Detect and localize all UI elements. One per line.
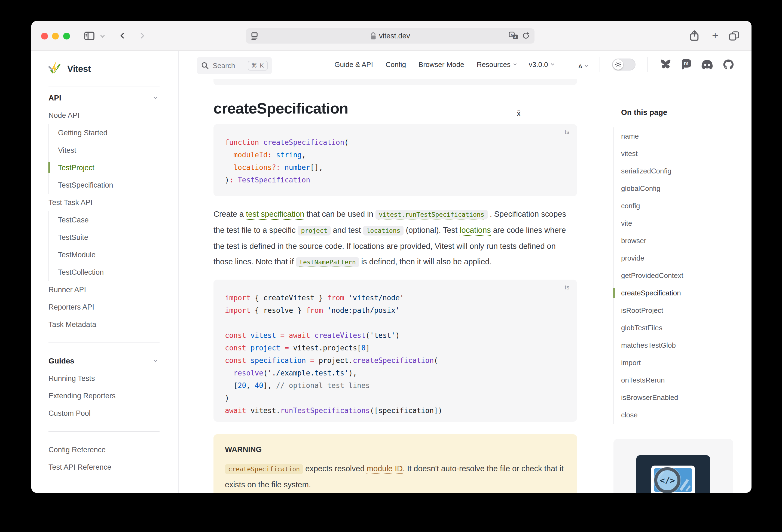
inline-code: project xyxy=(297,226,330,236)
translate-icon[interactable]: A A xyxy=(509,32,518,40)
zoom-button[interactable] xyxy=(63,33,70,39)
warning-text: createSpecification expects resolved mod… xyxy=(225,461,566,493)
sponsor-ad[interactable]: </> xyxy=(613,439,733,493)
nav-browser-mode[interactable]: Browser Mode xyxy=(419,61,464,69)
sidebar-item-reporters-api[interactable]: Reporters API xyxy=(48,298,178,316)
svg-text:A: A xyxy=(510,33,513,36)
toc-item-config[interactable]: config xyxy=(614,197,741,215)
discord-icon[interactable] xyxy=(701,59,713,70)
new-tab-icon[interactable]: + xyxy=(712,30,718,41)
inline-code-link[interactable]: testNamePattern xyxy=(296,257,359,267)
toc-item-provide[interactable]: provide xyxy=(614,249,741,267)
sidebar-item-testsuite[interactable]: TestSuite xyxy=(49,229,178,246)
nav-guide-api[interactable]: Guide & API xyxy=(334,61,373,69)
sidebar-item-vitest[interactable]: Vitest xyxy=(49,142,178,159)
code-lang-badge: ts xyxy=(565,129,569,136)
sidebar-item-extending-reporters[interactable]: Extending Reporters xyxy=(48,387,178,404)
code-line xyxy=(225,317,566,329)
code-line: const vitest = await createVitest('test'… xyxy=(225,329,566,342)
sidebar-item-test-api-reference[interactable]: Test API Reference xyxy=(48,459,178,476)
theme-toggle[interactable] xyxy=(612,59,636,71)
lock-icon xyxy=(370,32,376,40)
sidebar-item-config-reference[interactable]: Config Reference xyxy=(48,441,178,459)
site-logo[interactable]: Vitest xyxy=(31,51,178,86)
github-icon[interactable] xyxy=(723,59,734,70)
theme-toggle-knob xyxy=(613,59,623,70)
toc-item-browser[interactable]: browser xyxy=(614,232,741,249)
toc-item-vitest[interactable]: vitest xyxy=(614,145,741,162)
inline-link[interactable]: test specification xyxy=(246,210,304,218)
address-bar[interactable]: vitest.dev A A xyxy=(246,28,534,43)
on-this-page: On this page namevitestserializedConfigg… xyxy=(613,108,741,424)
inline-link[interactable]: module ID xyxy=(367,464,403,473)
code-line: ) xyxy=(225,392,566,404)
magnifier-icon: </> xyxy=(654,467,680,493)
toc-item-getprovidedcontext[interactable]: getProvidedContext xyxy=(614,267,741,284)
code-line: import { createVitest } from 'vitest/nod… xyxy=(225,292,566,304)
toc-item-ontestsrerun[interactable]: onTestsRerun xyxy=(614,371,741,389)
search-shortcut: ⌘ K xyxy=(248,61,268,71)
sidebar-item-testmodule[interactable]: TestModule xyxy=(49,246,178,263)
toc-item-serializedconfig[interactable]: serializedConfig xyxy=(614,162,741,180)
site-header: Search ⌘ K Guide & APIConfigBrowser Mode… xyxy=(179,51,751,78)
share-icon[interactable] xyxy=(689,30,700,42)
toc-item-isrootproject[interactable]: isRootProject xyxy=(614,302,741,319)
back-icon[interactable] xyxy=(120,33,127,39)
translate-icon: x̄ xyxy=(517,109,751,118)
nav-resources[interactable]: Resources xyxy=(477,61,516,69)
code-block-signature: ts function createSpecification( moduleI… xyxy=(213,124,577,196)
site-title: Vitest xyxy=(67,64,91,74)
reload-icon[interactable] xyxy=(522,32,530,40)
inline-code-link[interactable]: vitest.runTestSpecifications xyxy=(376,210,488,219)
sidebar-item-task-metadata[interactable]: Task Metadata xyxy=(48,316,178,333)
reader-icon[interactable] xyxy=(251,32,259,40)
sidebar-toggle-icon[interactable] xyxy=(84,31,95,41)
sidebar-item-running-tests[interactable]: Running Tests xyxy=(48,370,178,387)
toc-item-globalconfig[interactable]: globalConfig xyxy=(614,180,741,197)
inline-code: locations xyxy=(363,226,404,236)
sidebar-item-test-task-api[interactable]: Test Task API xyxy=(48,194,178,211)
close-button[interactable] xyxy=(41,33,48,39)
code-lang-badge: ts xyxy=(565,284,569,291)
sidebar-item-custom-pool[interactable]: Custom Pool xyxy=(48,404,178,422)
chevron-down-icon[interactable] xyxy=(101,34,105,38)
nav-v3-0-0[interactable]: v3.0.0 xyxy=(529,61,554,69)
inline-link[interactable]: locations xyxy=(460,226,491,235)
sidebar-item-testproject[interactable]: TestProject xyxy=(49,159,178,176)
toc-item-matchestestglob[interactable]: matchesTestGlob xyxy=(614,336,741,354)
language-menu[interactable]: x̄ A xyxy=(578,59,588,70)
toc-item-globtestfiles[interactable]: globTestFiles xyxy=(614,319,741,336)
toc-item-name[interactable]: name xyxy=(614,128,741,145)
sidebar-item-testspecification[interactable]: TestSpecification xyxy=(49,176,178,194)
sidebar-subgroup: Getting StartedVitestTestProjectTestSpec… xyxy=(48,124,178,194)
search-input[interactable]: Search ⌘ K xyxy=(197,57,272,74)
sidebar-section-guides[interactable]: Guides xyxy=(48,352,157,370)
sidebar-item-testcollection[interactable]: TestCollection xyxy=(49,263,178,281)
sidebar-divider xyxy=(48,333,178,352)
sidebar-item-getting-started[interactable]: Getting Started xyxy=(49,124,178,142)
code-line: resolve('./example.test.ts'), xyxy=(225,367,566,379)
toc-item-createspecification[interactable]: createSpecification xyxy=(614,284,741,302)
mastodon-icon[interactable]: m xyxy=(681,59,691,70)
sidebar-item-runner-api[interactable]: Runner API xyxy=(48,281,178,298)
search-icon xyxy=(201,62,209,69)
tabs-overview-icon[interactable] xyxy=(728,31,740,41)
toc-list: namevitestserializedConfigglobalConfigco… xyxy=(613,128,741,424)
chevron-down-icon xyxy=(513,62,517,66)
code-line: ): TestSpecification xyxy=(225,174,566,186)
inline-code: createSpecification xyxy=(225,464,303,474)
toc-item-close[interactable]: close xyxy=(614,406,741,424)
minimize-button[interactable] xyxy=(52,33,59,39)
nav-config[interactable]: Config xyxy=(386,61,406,69)
sidebar-item-node-api[interactable]: Node API xyxy=(48,107,178,124)
toc-item-import[interactable]: import xyxy=(614,354,741,371)
header-divider xyxy=(566,57,566,72)
code-line: const specification = project.createSpec… xyxy=(225,354,566,367)
toc-item-vite[interactable]: vite xyxy=(614,215,741,232)
bluesky-icon[interactable] xyxy=(660,59,671,70)
sidebar-section-api[interactable]: API xyxy=(48,89,157,107)
sidebar-item-testcase[interactable]: TestCase xyxy=(49,211,178,229)
toc-item-isbrowserenabled[interactable]: isBrowserEnabled xyxy=(614,389,741,406)
forward-icon[interactable] xyxy=(138,33,145,39)
code-line: locations?: number[], xyxy=(225,161,566,174)
